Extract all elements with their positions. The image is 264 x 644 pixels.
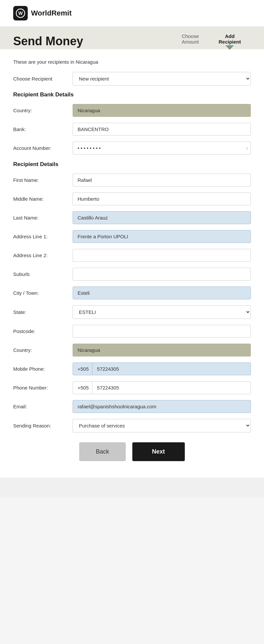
first-name-label: First Name:	[13, 177, 73, 183]
brand-name: WorldRemit	[31, 9, 72, 17]
account-number-label: Account Number:	[13, 145, 73, 151]
email-label: Email:	[13, 404, 73, 409]
first-name-group: First Name:	[13, 174, 251, 186]
mobile-phone-label: Mobile Phone:	[13, 366, 73, 372]
nav-header: W WorldRemit	[0, 0, 264, 27]
mobile-phone-group: Mobile Phone: +505	[13, 362, 251, 375]
address2-label: Address Line 2:	[13, 253, 73, 258]
postcode-input[interactable]	[73, 325, 251, 338]
footer-divider	[0, 478, 264, 497]
postcode-group: Postcode:	[13, 325, 251, 338]
progress-header-area: Send Money ChooseAmount AddRecipient	[0, 27, 264, 49]
postcode-label: Postcode:	[13, 328, 73, 334]
address2-input[interactable]	[73, 249, 251, 262]
details-country-label: Country:	[13, 347, 73, 353]
choose-recipient-select[interactable]: New recipient	[73, 72, 251, 85]
state-group: State: ESTELI MANAGUA GRANADA LEON	[13, 305, 251, 319]
last-name-input[interactable]	[73, 211, 251, 224]
svg-text:W: W	[18, 11, 23, 16]
state-label: State:	[13, 309, 73, 315]
state-select[interactable]: ESTELI MANAGUA GRANADA LEON	[73, 305, 251, 319]
show-account-icon[interactable]: i	[247, 146, 248, 151]
choose-recipient-label: Choose Recipient	[13, 76, 73, 82]
city-group: City / Town:	[13, 287, 251, 299]
next-button[interactable]: Next	[132, 442, 185, 461]
recipient-bank-section-heading: Recipient Bank Details	[13, 91, 251, 98]
middle-name-input[interactable]	[73, 192, 251, 205]
logo-icon: W	[13, 6, 28, 20]
recipient-details-section-heading: Recipient Details	[13, 161, 251, 168]
last-name-group: Last Name:	[13, 211, 251, 224]
step-choose-amount: ChooseAmount	[172, 33, 209, 49]
button-row: Back Next	[13, 442, 251, 464]
phone-number-field: +505	[73, 381, 251, 394]
last-name-label: Last Name:	[13, 215, 73, 220]
address1-input[interactable]	[73, 230, 251, 243]
details-country-group: Country:	[13, 344, 251, 356]
mobile-phone-code: +505	[73, 363, 92, 375]
step-add-recipient: AddRecipient	[209, 33, 251, 49]
send-money-title-area: Send Money	[13, 34, 92, 48]
details-country-input	[73, 344, 251, 356]
city-label: City / Town:	[13, 290, 73, 296]
logo: W WorldRemit	[13, 6, 72, 20]
address1-group: Address Line 1:	[13, 230, 251, 243]
email-input[interactable]	[73, 400, 251, 413]
mobile-phone-field: +505	[73, 362, 251, 375]
send-money-title: Send Money	[13, 34, 92, 48]
suburb-input[interactable]	[73, 268, 251, 281]
sending-reason-select[interactable]: Purchase of services Family support Gift…	[73, 419, 251, 432]
suburb-group: Suburb:	[13, 268, 251, 281]
middle-name-group: Middle Name:	[13, 192, 251, 205]
account-number-wrapper: i	[73, 142, 251, 154]
choose-recipient-group: Choose Recipient New recipient	[13, 72, 251, 85]
account-number-group: Account Number: i	[13, 142, 251, 154]
sending-reason-group: Sending Reason: Purchase of services Fam…	[13, 419, 251, 432]
step-choose-amount-label: ChooseAmount	[182, 33, 199, 45]
phone-number-label: Phone Number:	[13, 385, 73, 390]
progress-steps: ChooseAmount AddRecipient	[92, 33, 251, 49]
sending-reason-label: Sending Reason:	[13, 423, 73, 428]
bank-country-label: Country:	[13, 108, 73, 113]
bank-label: Bank:	[13, 126, 73, 132]
account-number-input[interactable]	[73, 142, 251, 154]
address2-group: Address Line 2:	[13, 249, 251, 262]
bank-group: Bank:	[13, 123, 251, 136]
intro-text: These are your recipients in Nicaragua	[13, 59, 251, 65]
mobile-phone-input[interactable]	[92, 363, 250, 375]
bank-input[interactable]	[73, 123, 251, 136]
bank-country-group: Country:	[13, 104, 251, 117]
main-form: These are your recipients in Nicaragua C…	[0, 49, 264, 478]
city-input[interactable]	[73, 287, 251, 299]
bank-country-input	[73, 104, 251, 117]
phone-number-code: +505	[73, 382, 92, 394]
step-add-recipient-label: AddRecipient	[218, 33, 241, 45]
email-group: Email:	[13, 400, 251, 413]
back-button[interactable]: Back	[79, 442, 125, 461]
phone-number-group: Phone Number: +505	[13, 381, 251, 394]
first-name-input[interactable]	[73, 174, 251, 186]
phone-number-input[interactable]	[92, 382, 250, 394]
middle-name-label: Middle Name:	[13, 196, 73, 202]
suburb-label: Suburb:	[13, 271, 73, 277]
address1-label: Address Line 1:	[13, 234, 73, 239]
